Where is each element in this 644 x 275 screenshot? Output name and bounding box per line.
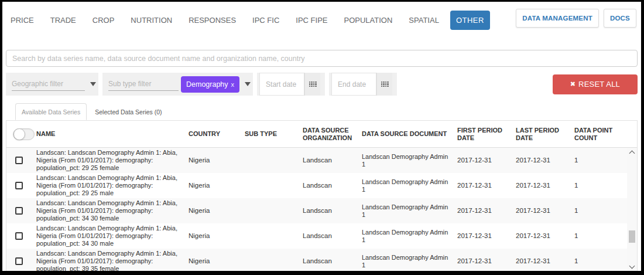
- cell-first-period-date: 2017-12-31: [451, 148, 509, 173]
- row-checkbox[interactable]: [15, 257, 23, 265]
- cell-first-period-date: 2017-12-31: [451, 249, 509, 271]
- scrollbar-thumb[interactable]: [629, 230, 635, 243]
- cell-last-period-date: 2017-12-31: [509, 249, 568, 271]
- page: PRICETRADECROPNUTRITIONRESPONSESIPC FICI…: [2, 2, 641, 271]
- table-row: Landscan: Landscan Demography Admin 1: A…: [6, 198, 637, 223]
- cell-data-source-organization: Landscan: [296, 148, 355, 173]
- nav-tab-trade[interactable]: TRADE: [50, 16, 76, 25]
- col-header-country[interactable]: COUNTRY: [182, 121, 238, 147]
- end-date-calendar-button[interactable]: [376, 73, 392, 96]
- cell-data-source-organization: Landscan: [296, 223, 355, 249]
- top-nav: PRICETRADECROPNUTRITIONRESPONSESIPC FICI…: [2, 2, 641, 30]
- col-header-sub-type[interactable]: SUB TYPE: [238, 121, 296, 147]
- nav-tab-ipc-fipe[interactable]: IPC FIPE: [296, 16, 327, 25]
- cell-data-source-document: Landscan Demography Admin 1: [355, 249, 451, 271]
- row-checkbox[interactable]: [15, 157, 23, 164]
- cell-data-point-count: 1: [568, 249, 619, 271]
- cell-name: Landscan: Landscan Demography Admin 1: A…: [30, 198, 182, 223]
- cell-data-source-organization: Landscan: [296, 173, 355, 198]
- table-row: Landscan: Landscan Demography Admin 1: A…: [6, 249, 637, 271]
- start-date-input[interactable]: [259, 73, 304, 96]
- cell-country: Nigeria: [182, 249, 238, 271]
- tab-selected-data-series[interactable]: Selected Data Series (0): [87, 103, 170, 120]
- nav-tab-nutrition[interactable]: NUTRITION: [131, 16, 172, 25]
- nav-tab-price[interactable]: PRICE: [11, 16, 34, 25]
- cell-data-source-document: Landscan Demography Admin 1: [355, 148, 451, 173]
- row-checkbox-cell: [6, 148, 30, 173]
- subtype-filter-group: Demographyx: [102, 73, 253, 96]
- nav-tab-spatial[interactable]: SPATIAL: [409, 16, 439, 25]
- nav-tab-crop[interactable]: CROP: [93, 16, 115, 25]
- chip-remove-icon[interactable]: x: [231, 81, 235, 88]
- scroll-up-icon[interactable]: [629, 151, 635, 157]
- cell-data-source-organization: Landscan: [296, 198, 355, 223]
- row-checkbox[interactable]: [15, 232, 23, 240]
- cell-sub-type: [238, 173, 296, 198]
- cell-data-point-count: 1: [568, 223, 619, 249]
- row-checkbox[interactable]: [15, 182, 23, 189]
- cell-first-period-date: 2017-12-31: [451, 173, 509, 198]
- row-checkbox[interactable]: [15, 207, 23, 215]
- col-header-last-period-date[interactable]: LAST PERIOD DATE: [509, 121, 568, 147]
- calendar-grid-icon: [309, 82, 317, 87]
- nav-tab-ipc-fic[interactable]: IPC FIC: [252, 16, 279, 25]
- end-date-input[interactable]: [331, 73, 376, 96]
- search-bar: [6, 50, 638, 67]
- cell-country: Nigeria: [182, 198, 238, 223]
- table-row: Landscan: Landscan Demography Admin 1: A…: [6, 148, 637, 173]
- subtype-filter-input[interactable]: [108, 78, 179, 91]
- data-series-table: NAME COUNTRY SUB TYPE DATA SOURCE ORGANI…: [6, 120, 638, 271]
- geographic-filter-input[interactable]: [12, 78, 85, 91]
- reset-all-button[interactable]: ✖ RESET ALL: [553, 74, 638, 94]
- docs-button[interactable]: DOCS: [604, 9, 636, 28]
- chip-label: Demography: [186, 80, 228, 89]
- cell-sub-type: [238, 249, 296, 271]
- table-body: Landscan: Landscan Demography Admin 1: A…: [6, 148, 637, 271]
- nav-tab-other[interactable]: OTHER: [450, 11, 490, 30]
- end-date-group: [329, 73, 397, 96]
- data-management-button[interactable]: DATA MANAGEMENT: [516, 9, 599, 28]
- cell-data-source-document: Landscan Demography Admin 1: [355, 223, 451, 249]
- cell-first-period-date: 2017-12-31: [451, 223, 509, 249]
- cell-first-period-date: 2017-12-31: [451, 198, 509, 223]
- start-date-group: [257, 73, 325, 96]
- cell-data-source-document: Landscan Demography Admin 1: [355, 173, 451, 198]
- cell-name: Landscan: Landscan Demography Admin 1: A…: [30, 223, 182, 249]
- select-all-toggle[interactable]: [13, 128, 35, 140]
- cell-sub-type: [238, 198, 296, 223]
- cell-last-period-date: 2017-12-31: [509, 148, 568, 173]
- cell-last-period-date: 2017-12-31: [509, 198, 568, 223]
- cell-name: Landscan: Landscan Demography Admin 1: A…: [30, 148, 182, 173]
- x-icon: ✖: [570, 80, 576, 88]
- col-header-data-source-document[interactable]: DATA SOURCE DOCUMENT: [355, 121, 451, 147]
- table-header: NAME COUNTRY SUB TYPE DATA SOURCE ORGANI…: [6, 121, 637, 148]
- scroll-down-icon[interactable]: [629, 263, 635, 269]
- row-checkbox-cell: [6, 198, 30, 223]
- subtype-chip-demography[interactable]: Demographyx: [181, 76, 239, 93]
- table-row: Landscan: Landscan Demography Admin 1: A…: [6, 223, 637, 249]
- cell-country: Nigeria: [182, 173, 238, 198]
- tab-available-data-series[interactable]: Available Data Series: [15, 103, 87, 120]
- col-header-first-period-date[interactable]: FIRST PERIOD DATE: [451, 121, 509, 147]
- reset-all-label: RESET ALL: [578, 80, 620, 89]
- cell-name: Landscan: Landscan Demography Admin 1: A…: [30, 249, 182, 271]
- toggle-knob: [13, 128, 25, 140]
- col-header-data-source-organization[interactable]: DATA SOURCE ORGANIZATION: [296, 121, 355, 147]
- cell-last-period-date: 2017-12-31: [509, 223, 568, 249]
- col-header-data-point-count[interactable]: DATA POINT COUNT: [568, 121, 619, 147]
- table-row: Landscan: Landscan Demography Admin 1: A…: [6, 173, 637, 198]
- cell-sub-type: [238, 223, 296, 249]
- row-checkbox-cell: [6, 249, 30, 271]
- col-header-name[interactable]: NAME: [30, 121, 182, 147]
- chevron-down-icon[interactable]: [90, 82, 96, 86]
- row-checkbox-cell: [6, 223, 30, 249]
- search-input[interactable]: [6, 50, 638, 67]
- cell-country: Nigeria: [182, 148, 238, 173]
- header-toggle-cell: [6, 121, 30, 147]
- geographic-filter-group: [6, 73, 98, 96]
- start-date-calendar-button[interactable]: [304, 73, 320, 96]
- vertical-scrollbar[interactable]: [627, 148, 637, 271]
- nav-tab-population[interactable]: POPULATION: [344, 16, 392, 25]
- chevron-down-icon[interactable]: [245, 82, 251, 86]
- nav-tab-responses[interactable]: RESPONSES: [189, 16, 236, 25]
